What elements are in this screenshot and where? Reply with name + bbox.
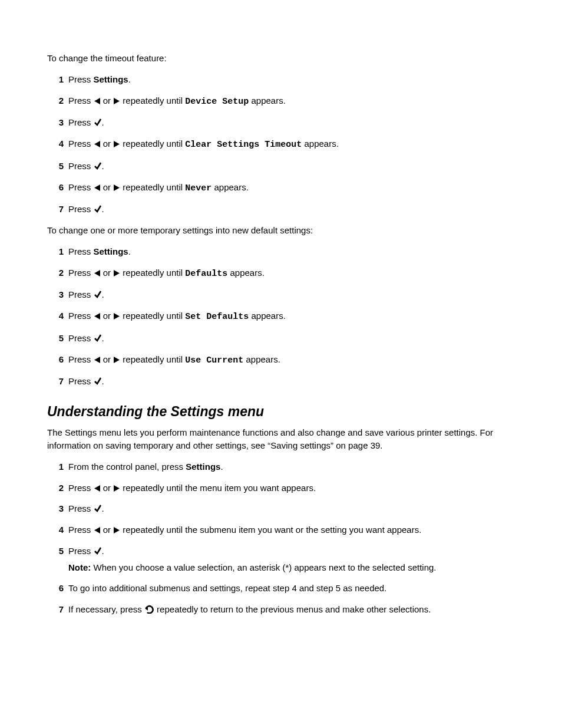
step-body: Press . [68, 288, 515, 301]
right-arrow-icon [113, 97, 120, 105]
text: Press [68, 246, 94, 256]
text: repeatedly until the menu item you want … [120, 483, 316, 493]
text: Press [68, 161, 94, 171]
text: . [102, 333, 104, 343]
step-body: Press or repeatedly until the submenu it… [68, 523, 515, 536]
left-arrow-icon [94, 184, 101, 192]
step-number: 2 [47, 94, 68, 107]
text: or [101, 139, 114, 149]
text: From the control panel, press [68, 462, 186, 472]
text: If necessary, press [68, 604, 144, 614]
step-body: Press or repeatedly until Never appears. [68, 181, 515, 195]
text: repeatedly until [120, 139, 185, 149]
step-number: 4 [47, 309, 68, 322]
text: . [102, 289, 104, 299]
left-arrow-icon [94, 97, 101, 105]
step-body: Press Settings. [68, 73, 515, 86]
step-body: From the control panel, press Settings. [68, 460, 515, 473]
text: Press [68, 525, 94, 535]
text: . [102, 546, 104, 556]
text: appears. [249, 95, 286, 106]
text: . [102, 376, 104, 386]
text: Press [68, 95, 94, 106]
text: Press [68, 376, 94, 386]
text: repeatedly until the submenu item you wa… [120, 525, 421, 535]
check-icon [94, 377, 102, 386]
right-arrow-icon [113, 140, 120, 148]
text: repeatedly until [120, 268, 185, 278]
text: repeatedly to return to the previous men… [154, 604, 431, 614]
text: Press [68, 139, 94, 149]
check-icon [94, 334, 102, 342]
text: Press [68, 311, 94, 321]
step-body: Press . Note: When you choose a value se… [68, 545, 515, 574]
step-number: 3 [47, 116, 68, 129]
step-body: Press . [68, 160, 515, 173]
text: Press [68, 289, 94, 299]
step-body: If necessary, press repeatedly to return… [68, 603, 515, 616]
step-body: Press or repeatedly until Clear Settings… [68, 137, 515, 151]
text: . [102, 161, 104, 171]
check-icon [94, 205, 102, 213]
step-body: Press or repeatedly until Use Current ap… [68, 353, 515, 367]
text: Press [68, 483, 94, 493]
settings-label: Settings [94, 246, 128, 256]
step-body: Press . [68, 116, 515, 129]
intro-timeout: To change the timeout feature: [47, 52, 515, 65]
svg-marker-7 [114, 270, 120, 276]
step-number: 7 [47, 603, 68, 616]
menu-item: Defaults [185, 269, 227, 279]
check-icon [94, 290, 102, 299]
text: Press [68, 546, 94, 556]
section-heading: Understanding the Settings menu [47, 402, 515, 421]
note: Note: When you choose a value selection,… [68, 561, 515, 574]
text: or [101, 95, 114, 106]
step-body: Press . [68, 332, 515, 345]
note-text: When you choose a value selection, an as… [91, 562, 436, 572]
svg-marker-4 [94, 185, 100, 191]
text: Press [68, 182, 94, 192]
check-icon [94, 546, 102, 555]
check-icon [94, 162, 102, 170]
svg-marker-6 [94, 270, 100, 276]
text: . [128, 74, 131, 84]
text: . [102, 204, 104, 214]
menu-item: Never [185, 183, 211, 193]
svg-marker-8 [94, 313, 100, 319]
svg-marker-11 [114, 357, 120, 363]
steps-timeout: 1 Press Settings. 2 Press or repeatedly … [47, 73, 515, 216]
settings-label: Settings [94, 74, 128, 84]
step-number: 5 [47, 160, 68, 173]
text: Press [68, 204, 94, 214]
text: Press [68, 268, 94, 278]
step-number: 2 [47, 482, 68, 495]
left-arrow-icon [94, 526, 101, 534]
section-intro: The Settings menu lets you perform maint… [47, 426, 515, 452]
text: appears. [211, 182, 249, 192]
text: repeatedly until [120, 182, 185, 192]
right-arrow-icon [113, 269, 120, 277]
svg-marker-5 [114, 185, 120, 191]
right-arrow-icon [113, 312, 120, 320]
intro-defaults: To change one or more temporary settings… [47, 224, 515, 237]
note-label: Note: [68, 562, 91, 572]
text: . [102, 117, 104, 127]
text: or [101, 525, 114, 535]
svg-marker-12 [94, 485, 100, 492]
text: repeatedly until [120, 311, 185, 321]
left-arrow-icon [94, 485, 101, 492]
right-arrow-icon [113, 184, 120, 192]
text: appears. [249, 311, 286, 321]
menu-item: Device Setup [185, 97, 249, 107]
svg-marker-2 [94, 141, 100, 147]
text: appears. [302, 139, 339, 149]
step-number: 6 [47, 181, 68, 194]
text: repeatedly until [120, 354, 185, 364]
svg-marker-13 [114, 485, 120, 492]
menu-item: Clear Settings Timeout [185, 140, 302, 150]
step-number: 4 [47, 137, 68, 150]
steps-defaults: 1 Press Settings. 2 Press or repeatedly … [47, 245, 515, 388]
text: appears. [243, 354, 280, 364]
svg-marker-3 [114, 141, 120, 147]
step-body: Press or repeatedly until Defaults appea… [68, 266, 515, 281]
